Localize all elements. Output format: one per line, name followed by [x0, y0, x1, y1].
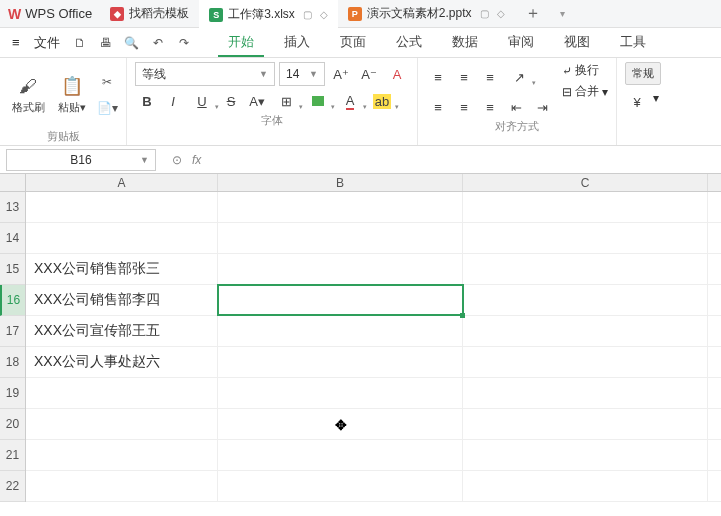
cell-B18[interactable] [218, 347, 463, 377]
preview-icon[interactable]: 🔍 [123, 34, 141, 52]
cell-B21[interactable] [218, 440, 463, 470]
cell-A18[interactable]: XXX公司人事处赵六 [26, 347, 218, 377]
cell-B22[interactable] [218, 471, 463, 501]
cell-C16[interactable] [463, 285, 708, 315]
cell-A13[interactable] [26, 192, 218, 222]
highlight-button[interactable]: ab▾ [367, 90, 397, 112]
tab-min-icon[interactable]: ▢ [303, 9, 312, 20]
cell-A17[interactable]: XXX公司宣传部王五 [26, 316, 218, 346]
row-header-17[interactable]: 17 [0, 316, 25, 347]
save-icon[interactable]: 🗋 [71, 34, 89, 52]
clear-format-icon[interactable]: A [385, 63, 409, 85]
format-painter-button[interactable]: 🖌 格式刷 [8, 62, 48, 128]
cut-icon[interactable]: ✂ [96, 71, 118, 93]
font-size-select[interactable]: 14▼ [279, 62, 325, 86]
name-box[interactable]: B16▼ [6, 149, 156, 171]
cell-B17[interactable] [218, 316, 463, 346]
italic-button[interactable]: I [161, 90, 185, 112]
strike-button[interactable]: S [219, 90, 243, 112]
cell-C15[interactable] [463, 254, 708, 284]
file-menu[interactable]: 文件 [28, 31, 66, 55]
undo-icon[interactable]: ↶ [149, 34, 167, 52]
cell-A20[interactable] [26, 409, 218, 439]
cancel-icon[interactable]: ⊙ [172, 153, 182, 167]
tab-min-icon[interactable]: ▢ [480, 8, 489, 19]
cell-C18[interactable] [463, 347, 708, 377]
new-tab-button[interactable]: ＋ [515, 3, 551, 24]
cell-C14[interactable] [463, 223, 708, 253]
align-center-icon[interactable]: ≡ [452, 96, 476, 118]
tab-close-icon[interactable]: ◇ [497, 8, 505, 19]
row-header-22[interactable]: 22 [0, 471, 25, 502]
tab-formula[interactable]: 公式 [386, 29, 432, 57]
align-right-icon[interactable]: ≡ [478, 96, 502, 118]
paste-button[interactable]: 📋 粘贴▾ [52, 62, 92, 128]
row-header-16[interactable]: 16 [0, 285, 25, 316]
cell-C19[interactable] [463, 378, 708, 408]
col-header-a[interactable]: A [26, 174, 218, 191]
copy-icon[interactable]: 📄▾ [96, 97, 118, 119]
row-header-20[interactable]: 20 [0, 409, 25, 440]
cell-A19[interactable] [26, 378, 218, 408]
print-icon[interactable]: 🖶 [97, 34, 115, 52]
tab-review[interactable]: 审阅 [498, 29, 544, 57]
wrap-text-button[interactable]: ⤶ 换行 [562, 62, 608, 79]
select-all-corner[interactable] [0, 174, 26, 192]
align-top-icon[interactable]: ≡ [426, 66, 450, 88]
tab-close-icon[interactable]: ◇ [320, 9, 328, 20]
tab-view[interactable]: 视图 [554, 29, 600, 57]
indent-right-icon[interactable]: ⇥ [530, 96, 554, 118]
merge-button[interactable]: ⊟ 合并▾ [562, 83, 608, 100]
cell-C22[interactable] [463, 471, 708, 501]
cell-B13[interactable] [218, 192, 463, 222]
cell-C21[interactable] [463, 440, 708, 470]
font-family-select[interactable]: 等线▼ [135, 62, 275, 86]
align-middle-icon[interactable]: ≡ [452, 66, 476, 88]
tab-insert[interactable]: 插入 [274, 29, 320, 57]
tab-page[interactable]: 页面 [330, 29, 376, 57]
tab-home[interactable]: 开始 [218, 29, 264, 57]
currency-button[interactable]: ¥ [625, 91, 649, 113]
cell-B15[interactable] [218, 254, 463, 284]
hamburger-icon[interactable]: ≡ [6, 32, 26, 53]
cells-area[interactable]: XXX公司销售部张三XXX公司销售部李四XXX公司宣传部王五XXX公司人事处赵六 [26, 192, 721, 502]
row-header-19[interactable]: 19 [0, 378, 25, 409]
border-button[interactable]: ⊞▾ [271, 90, 301, 112]
align-left-icon[interactable]: ≡ [426, 96, 450, 118]
cell-B14[interactable] [218, 223, 463, 253]
align-bottom-icon[interactable]: ≡ [478, 66, 502, 88]
tab-templates[interactable]: ◆ 找稻壳模板 [100, 0, 199, 28]
tab-tools[interactable]: 工具 [610, 29, 656, 57]
tab-data[interactable]: 数据 [442, 29, 488, 57]
cell-A14[interactable] [26, 223, 218, 253]
cell-B16[interactable] [218, 285, 463, 315]
cell-B20[interactable] [218, 409, 463, 439]
decrease-font-icon[interactable]: A⁻ [357, 63, 381, 85]
cell-B19[interactable] [218, 378, 463, 408]
underline-button[interactable]: U▾ [187, 90, 217, 112]
row-header-15[interactable]: 15 [0, 254, 25, 285]
tab-list-icon[interactable]: ▾ [554, 8, 571, 19]
cell-C17[interactable] [463, 316, 708, 346]
number-format-select[interactable]: 常规 [625, 62, 661, 85]
row-header-21[interactable]: 21 [0, 440, 25, 471]
fx-icon[interactable]: fx [192, 153, 201, 167]
cell-C20[interactable] [463, 409, 708, 439]
col-header-c[interactable]: C [463, 174, 708, 191]
redo-icon[interactable]: ↷ [175, 34, 193, 52]
cell-A22[interactable] [26, 471, 218, 501]
row-header-13[interactable]: 13 [0, 192, 25, 223]
tab-presentation[interactable]: P 演示文稿素材2.pptx ▢ ◇ [338, 0, 515, 28]
cell-A15[interactable]: XXX公司销售部张三 [26, 254, 218, 284]
orientation-icon[interactable]: ↗▾ [504, 66, 534, 88]
fill-color-button[interactable]: ▾ [303, 90, 333, 112]
cell-C13[interactable] [463, 192, 708, 222]
col-header-b[interactable]: B [218, 174, 463, 191]
bold-button[interactable]: B [135, 90, 159, 112]
row-header-14[interactable]: 14 [0, 223, 25, 254]
text-effect-button[interactable]: A▾ [245, 90, 269, 112]
formula-input[interactable] [211, 150, 711, 170]
cell-A16[interactable]: XXX公司销售部李四 [26, 285, 218, 315]
tab-workbook[interactable]: S 工作簿3.xlsx ▢ ◇ [199, 0, 338, 28]
cell-A21[interactable] [26, 440, 218, 470]
